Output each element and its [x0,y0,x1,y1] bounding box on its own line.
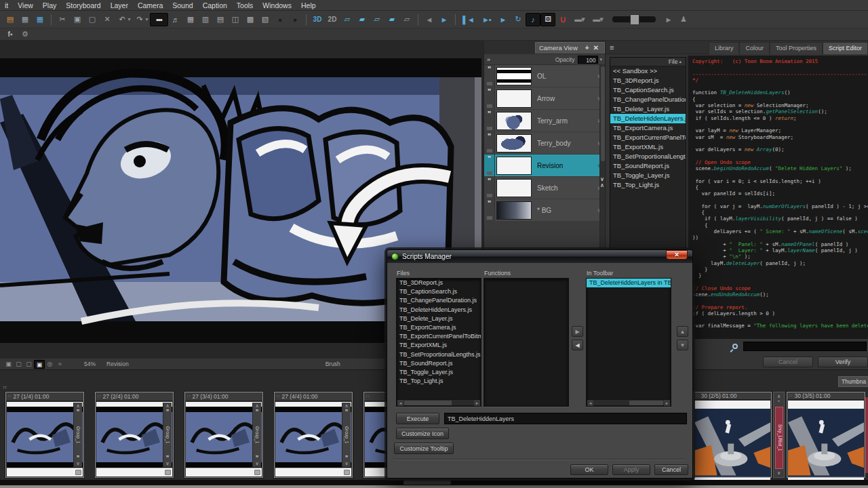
layer-thumbnail[interactable] [496,89,532,108]
execute-script-field[interactable] [444,413,687,424]
script-file-item[interactable]: TB_ExportXML.js [610,142,686,152]
settings-gear-icon[interactable]: ⚙ [18,28,33,41]
layer-row-arrow[interactable]: ” Arrow ♀ [484,87,605,109]
tab-library[interactable]: Library [709,42,740,54]
layer-row-sketch[interactable]: ” Sketch ♀ [484,177,605,199]
apply-button[interactable]: Apply [612,464,650,475]
play-icon[interactable]: ► [496,13,511,26]
loop-icon[interactable]: ↻ [511,13,526,26]
scroll-right-icon[interactable]: ▸ [664,400,670,406]
script-file-item[interactable]: TB_3DReport.js [610,76,686,85]
move-left-button[interactable]: ◀ [572,340,583,350]
collapse-down-icon[interactable]: ∧ [600,182,604,188]
layer-color-swatch[interactable] [487,82,492,85]
ok-button[interactable]: OK [570,464,608,475]
animate-icon[interactable]: ” [488,134,492,139]
script-search-input[interactable] [743,342,867,351]
layer-thumbnail[interactable] [496,112,532,130]
panel-view-icon[interactable]: ▪▪▪ [150,13,168,26]
script-file-item[interactable]: TB_CaptionSearch.js [610,85,686,95]
magnify-tool-icon[interactable]: ● [288,13,302,26]
panel-image[interactable] [788,409,864,477]
panel-image[interactable] [275,407,351,468]
animate-icon[interactable]: ” [488,89,492,94]
sound-clef-icon[interactable]: ♬ [168,13,183,26]
layer-name[interactable]: Arrow [533,95,593,102]
drag-handle-icon[interactable]: ∷ [98,394,100,399]
toolbar-icon[interactable] [306,14,307,25]
split-panel-icon[interactable]: ▰ [384,13,399,26]
two-panel-view-icon[interactable]: ▥ [198,13,213,26]
toolbar-icon[interactable] [51,14,52,25]
menu-item[interactable]: Storyboard [61,1,105,9]
caption-button[interactable] [165,470,171,475]
tab-colour[interactable]: Colour [739,42,770,54]
opacity-input[interactable]: 100 [578,56,598,64]
panel-image[interactable] [694,409,770,477]
panel-side-strip[interactable]: ∧ ” Group_1 ” ∨ [73,403,82,467]
title-safe-icon[interactable]: ▢ [24,361,34,367]
collapse-icon[interactable]: ∧ [777,394,781,399]
dialog-title-bar[interactable]: Scripts Manager [387,250,692,263]
layer-name[interactable]: Sketch [533,184,593,192]
scroll-left-icon[interactable]: ◂ [587,400,593,406]
redo-dropdown-icon[interactable]: ▾ [144,13,150,26]
layer-toggles[interactable]: ” [484,177,495,199]
layer-color-swatch[interactable] [487,171,492,175]
layer-color-swatch[interactable] [487,216,492,220]
layer-color-swatch[interactable] [487,149,492,152]
dialog-file-item[interactable]: TB_3DReport.js [397,279,481,287]
layer-thumbnail[interactable] [496,179,532,197]
dialog-close-button[interactable]: ✕ [666,250,688,260]
layer-toggles[interactable]: ” [484,110,495,131]
volume-slider[interactable] [612,16,656,22]
delete-panel-icon[interactable]: ▰ [355,13,370,26]
dialog-file-item[interactable]: TB_ExportCamera.js [397,323,481,332]
script-code[interactable]: Copyright: (c) Toon Boom Animation 2015 … [689,56,868,339]
grid-view-icon[interactable]: ▦ [183,13,198,26]
picture-view-icon[interactable]: ▧ [258,13,273,26]
script-cancel-button[interactable]: Cancel [763,357,813,367]
layer-color-swatch[interactable] [487,127,492,130]
layer-toggles[interactable]: ” [484,87,495,109]
function-editor-icon[interactable]: f▪ [3,28,18,41]
row-view-icon[interactable]: ▤ [213,13,228,26]
layer-name[interactable]: OL [533,73,593,80]
panel-menu-icon[interactable]: ≡ [610,43,614,52]
animate-icon[interactable]: ” [488,111,492,117]
color-disc-icon[interactable]: ◎ [45,361,55,367]
2d-mode-icon[interactable]: 2D [325,13,340,26]
panel-image[interactable] [96,407,172,468]
panel-page[interactable]: ∧ ” Group_1 ” ∨ [7,402,83,476]
panel-header[interactable]: ∷ 30 (3/5) 01:00 [787,392,865,400]
menu-item[interactable]: Camera [133,1,167,9]
toolbar-hscrollbar[interactable]: ◂ ▸ [587,399,670,405]
paste-icon[interactable]: ▢ [85,13,100,26]
script-file-item[interactable]: TB_Top_Light.js [610,180,686,190]
dialog-file-item[interactable]: TB_DeleteHiddenLayers.js [397,306,481,314]
prev-panel-icon[interactable]: ◄ [422,13,437,26]
caption-button[interactable] [344,470,350,475]
panel-27-1[interactable]: ∷ 27 (1/4) 01:00 [5,392,84,478]
layer-toggles[interactable]: ” [484,132,495,154]
script-verify-button[interactable]: Verify [818,357,868,367]
layer-color-swatch[interactable] [487,194,492,197]
dialog-files-list[interactable]: TB_3DReport.jsTB_CaptionSearch.jsTB_Chan… [396,278,481,407]
play-small-icon[interactable]: ► [661,13,676,26]
save-icon[interactable]: ▦ [18,13,33,26]
customize-tooltip-button[interactable]: Customize Tooltip [394,443,454,454]
toolbar-script-item[interactable]: TB_DeleteHiddenLayers in TB_De [587,279,671,287]
sound-toggle-icon[interactable]: ♪ [526,13,540,26]
caption-button[interactable] [254,470,260,475]
layer-thumbnail[interactable] [496,201,532,220]
camera-dropdown[interactable]: ▬▾ [570,13,589,26]
files-hscrollbar[interactable]: ◂ ▸ [397,399,480,405]
animate-icon[interactable]: ” [488,178,492,184]
timeline-scrollbar[interactable] [0,480,868,485]
scroll-right-icon[interactable]: ▸ [474,400,480,406]
script-file-item[interactable]: TB_Toggle_Layer.js [610,171,686,180]
script-file-item[interactable]: TB_SetProportionalLength [610,152,686,161]
tab-thumbnails[interactable]: Thumbna [838,376,868,387]
tab-camera-view[interactable]: Camera View + ✕ [535,42,605,54]
3d-mode-icon[interactable]: 3D [310,13,325,26]
